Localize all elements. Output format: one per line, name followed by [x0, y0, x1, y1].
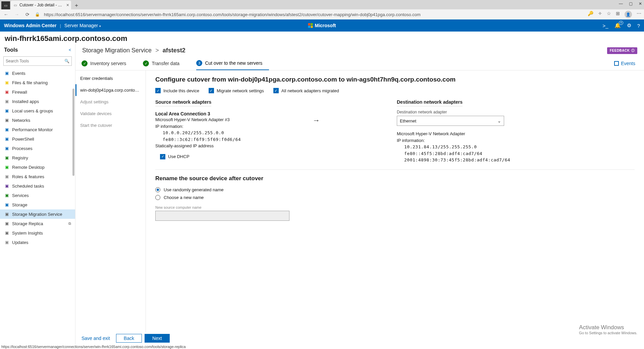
- events-link[interactable]: Events: [614, 61, 638, 66]
- address-actions: 🔑 ✧ ☆ ⊞ 👤 ⋯: [588, 11, 641, 18]
- edge-app-icon: ▭: [1, 1, 10, 9]
- sidebar-item-files-file-sharing[interactable]: ▣Files & file sharing: [0, 78, 75, 87]
- back-button[interactable]: ←: [3, 12, 9, 17]
- sidebar-item-storage-migration-service[interactable]: ▣Storage Migration Service: [0, 209, 75, 219]
- info-icon: ⓘ: [631, 48, 635, 53]
- rename-heading: Rename the source device after cutover: [155, 175, 635, 182]
- wizard-footer: Save and exit Back Next: [75, 332, 644, 344]
- next-button[interactable]: Next: [145, 334, 170, 343]
- feedback-button[interactable]: FEEDBACK ⓘ: [607, 47, 637, 54]
- chevron-right-icon: >: [155, 47, 159, 54]
- new-name-input: [155, 211, 289, 221]
- notifications-button[interactable]: 🔔4: [614, 22, 621, 29]
- radio-icon: [155, 187, 160, 192]
- source-ip4: 10.0.0.202/255.255.0.0: [163, 130, 296, 136]
- tool-icon: ▣: [4, 193, 9, 198]
- chevron-down-icon: ▾: [99, 24, 101, 28]
- step-cutover[interactable]: 3 Cut over to the new servers: [196, 57, 269, 70]
- collections-icon[interactable]: ⊞: [616, 11, 620, 18]
- browser-tab[interactable]: ▭ Cutover - Job detail - Storage Mi ×: [11, 1, 71, 9]
- sidebar-item-services[interactable]: ▣Services: [0, 191, 75, 200]
- sidebar-item-roles-features[interactable]: ▣Roles & features: [0, 172, 75, 181]
- tab-close-icon[interactable]: ×: [66, 3, 69, 7]
- maximize-button[interactable]: ▢: [629, 1, 633, 6]
- tab-strip: ▭ ▭ Cutover - Job detail - Storage Mi × …: [0, 0, 644, 9]
- sidebar-item-storage[interactable]: ▣Storage: [0, 200, 75, 209]
- refresh-button[interactable]: ⟳: [24, 12, 31, 17]
- dest-adapter-device: Microsoft Hyper-V Network Adapter: [397, 131, 635, 137]
- dest-ip6a: fe80::45f5:28bd:adf4:cad7/64: [404, 150, 635, 157]
- sidebar-item-events[interactable]: ▣Events: [0, 68, 75, 78]
- close-window-button[interactable]: ✕: [639, 1, 642, 6]
- sidebar-item-system-insights[interactable]: ▣System Insights: [0, 228, 75, 238]
- chk-all-adapters[interactable]: ✓All network adapters migrated: [273, 88, 339, 93]
- new-tab-button[interactable]: ＋: [72, 1, 80, 9]
- dest-adapter-select[interactable]: Ethernet ⌄: [397, 116, 504, 126]
- site-lock-icon[interactable]: 🔒: [35, 12, 40, 17]
- save-exit-button[interactable]: Save and exit: [78, 334, 113, 343]
- sidebar-item-processes[interactable]: ▣Processes: [0, 144, 75, 153]
- arrow-right-icon: →: [303, 99, 330, 125]
- wizard-substeps: Enter credentialswin-dobj0p41pga.corp.co…: [75, 70, 146, 332]
- help-icon[interactable]: ?: [637, 23, 640, 29]
- chk-include-device[interactable]: ✓Include this device: [155, 88, 199, 93]
- microsoft-brand: Microsoft: [308, 23, 336, 28]
- chk-use-dhcp[interactable]: ✓Use DHCP: [160, 154, 296, 159]
- url-text[interactable]: https://localhost:6516/servermanager/con…: [44, 12, 584, 17]
- microsoft-logo-icon: [308, 23, 313, 28]
- sidebar-item-remote-desktop[interactable]: ▣Remote Desktop: [0, 162, 75, 172]
- sidebar-item-storage-replica[interactable]: ▣Storage Replica⧉: [0, 219, 75, 228]
- menu-button[interactable]: ⋯: [637, 11, 641, 18]
- tab-title: Cutover - Job detail - Storage Mi: [19, 3, 64, 7]
- powershell-icon[interactable]: >_: [603, 23, 608, 29]
- popout-icon[interactable]: ⧉: [68, 221, 71, 226]
- wizard-substep[interactable]: Enter credentials: [75, 72, 146, 84]
- search-icon: 🔍: [64, 59, 69, 63]
- radio-choose-name[interactable]: Choose a new name: [155, 194, 635, 201]
- back-button[interactable]: Back: [116, 334, 142, 343]
- tools-title: Tools: [4, 47, 18, 53]
- wizard-substep[interactable]: win-dobj0p41pga.corp.contoso.com...: [75, 84, 146, 96]
- sidebar-item-powershell[interactable]: ▣PowerShell: [0, 134, 75, 144]
- radio-random-name[interactable]: Use randomly generated name: [155, 186, 635, 194]
- sidebar-item-networks[interactable]: ▣Networks: [0, 115, 75, 125]
- sidebar-item-registry[interactable]: ▣Registry: [0, 153, 75, 162]
- ip-info-label: IP information:: [155, 123, 296, 130]
- source-adapter-device: Microsoft Hyper-V Network Adapter #3: [155, 116, 296, 123]
- sidebar-item-performance-monitor[interactable]: ▣Performance Monitor: [0, 125, 75, 134]
- scrollbar-thumb[interactable]: [72, 89, 74, 176]
- tool-icon: ▣: [4, 136, 9, 142]
- sidebar-item-updates[interactable]: ▣Updates: [0, 238, 75, 247]
- step-inventory[interactable]: ✓ Inventory servers: [82, 57, 133, 70]
- tool-icon: ▣: [4, 117, 9, 123]
- profile-avatar[interactable]: 👤: [625, 11, 632, 18]
- favorites-icon[interactable]: ☆: [607, 11, 611, 18]
- reading-list-icon[interactable]: ✧: [598, 11, 602, 18]
- new-name-label: New source computer name: [155, 205, 635, 209]
- tool-icon: ▣: [4, 221, 9, 226]
- tool-icon: ▣: [4, 89, 9, 95]
- sidebar-item-firewall[interactable]: ▣Firewall: [0, 87, 75, 97]
- dest-ip6b: 2001:4898:30:73:45f5:28bd:adf4:cad7/64: [404, 157, 635, 163]
- tool-icon: ▣: [4, 183, 9, 189]
- breadcrumb-root[interactable]: Storage Migration Service: [82, 47, 152, 54]
- settings-icon[interactable]: ⚙: [627, 22, 631, 29]
- sidebar-item-scheduled-tasks[interactable]: ▣Scheduled tasks: [0, 181, 75, 191]
- tools-search[interactable]: 🔍: [3, 56, 72, 66]
- sidebar-item-installed-apps[interactable]: ▣Installed apps: [0, 97, 75, 106]
- step-number-icon: 3: [196, 60, 202, 66]
- minimize-button[interactable]: —: [619, 1, 623, 6]
- tool-icon: ▣: [4, 164, 9, 170]
- chk-migrate-network[interactable]: ✓Migrate network settings: [209, 88, 264, 93]
- tools-list[interactable]: ▣Events▣Files & file sharing▣Firewall▣In…: [0, 68, 75, 344]
- wac-module[interactable]: Server Manager▾: [64, 23, 101, 28]
- wizard-steps: ✓ Inventory servers ✓ Transfer data 3 Cu…: [75, 55, 644, 70]
- wac-product[interactable]: Windows Admin Center: [4, 23, 56, 28]
- sidebar-item-local-users-groups[interactable]: ▣Local users & groups: [0, 106, 75, 115]
- tools-search-input[interactable]: [6, 59, 62, 63]
- collapse-tools-icon[interactable]: <: [69, 48, 71, 52]
- password-icon[interactable]: 🔑: [588, 11, 593, 18]
- wizard-body: Configure cutover from win-dobj0p41pga.c…: [146, 70, 644, 332]
- wac-header: Windows Admin Center | Server Manager▾ M…: [0, 19, 644, 32]
- step-transfer[interactable]: ✓ Transfer data: [143, 57, 186, 70]
